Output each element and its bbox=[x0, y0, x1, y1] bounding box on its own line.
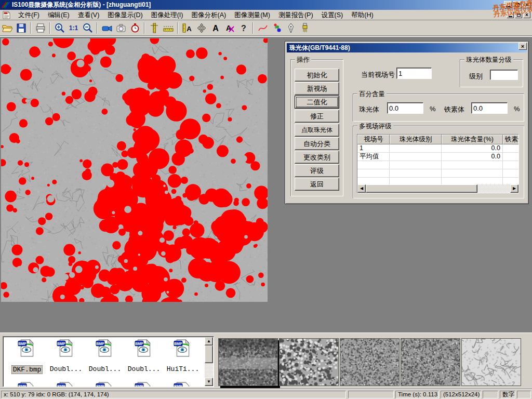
status-mode: 数字 bbox=[500, 391, 515, 398]
change-class-button[interactable]: 更改类别 bbox=[295, 151, 339, 164]
ferrite-percent-input[interactable] bbox=[471, 102, 508, 114]
menu-view[interactable]: 查看(V) bbox=[74, 10, 104, 20]
document-icon[interactable] bbox=[2, 11, 11, 19]
metallographic-image[interactable] bbox=[1, 38, 268, 302]
print-button[interactable] bbox=[34, 22, 47, 35]
brush-button[interactable] bbox=[298, 22, 311, 35]
scroll-left-icon[interactable]: ◀ bbox=[357, 184, 366, 193]
file-item[interactable]: BMP bbox=[8, 381, 46, 387]
table-row[interactable] bbox=[357, 169, 518, 178]
scroll-right-icon[interactable]: ▶ bbox=[510, 184, 518, 193]
menu-image-analysis[interactable]: 图像分析(A) bbox=[187, 10, 230, 20]
correct-button[interactable]: 修正 bbox=[295, 110, 339, 123]
auto-classify-button[interactable]: 自动分类 bbox=[295, 137, 339, 150]
thumbnail-3[interactable] bbox=[340, 338, 400, 386]
scroll-thumb[interactable] bbox=[205, 345, 213, 363]
menu-help[interactable]: 帮助(H) bbox=[347, 10, 377, 20]
bmp-file-icon: BMP bbox=[57, 339, 75, 357]
curve-button[interactable] bbox=[256, 22, 269, 35]
new-field-button[interactable]: 新视场 bbox=[295, 82, 339, 95]
thumbnail-5[interactable] bbox=[461, 338, 521, 386]
menu-image-display[interactable]: 图像显示(D) bbox=[103, 10, 147, 20]
ferrite-percent-unit: % bbox=[514, 105, 520, 113]
video-camera-button[interactable] bbox=[100, 22, 113, 35]
status-empty-1 bbox=[348, 391, 394, 398]
scroll-thumb[interactable] bbox=[366, 184, 477, 193]
timer-button[interactable] bbox=[128, 22, 141, 35]
open-folder-button[interactable] bbox=[1, 22, 14, 35]
rating-table[interactable]: 视场号 珠光体级别 珠光体含量(%) 铁素体含量(%) 1 0.0 平均值 0.… bbox=[357, 134, 519, 193]
binarize-button[interactable]: 二值化 bbox=[295, 96, 339, 109]
caliper-button[interactable] bbox=[148, 22, 161, 35]
file-browser[interactable]: BMP DKF.bmp BMP Doubl... BMP Doubl... BM… bbox=[3, 336, 214, 387]
menu-settings[interactable]: 设置(S) bbox=[317, 10, 348, 20]
menu-image-process[interactable]: 图像处理(I) bbox=[147, 10, 188, 20]
file-item[interactable]: BMP Doubl... bbox=[86, 339, 124, 373]
file-name[interactable]: DKF.bmp bbox=[11, 365, 43, 374]
toolbar-separator bbox=[97, 22, 98, 34]
caliper-icon bbox=[149, 22, 160, 34]
pearlite-percent-input[interactable] bbox=[387, 102, 423, 114]
file-item[interactable]: BMP DKF.bmp bbox=[8, 339, 46, 374]
file-vscrollbar[interactable]: ▲ ▼ bbox=[205, 337, 213, 386]
table-hscrollbar[interactable]: ◀ ▶ bbox=[357, 184, 518, 193]
delete-text-button[interactable]: A bbox=[223, 22, 236, 35]
menu-report[interactable]: 测量报告(P) bbox=[274, 10, 317, 20]
save-button[interactable] bbox=[15, 22, 28, 35]
file-item[interactable]: BMP bbox=[125, 381, 163, 387]
svg-text:A: A bbox=[187, 25, 192, 33]
file-item[interactable]: BMP Doubl... bbox=[125, 339, 163, 373]
file-item[interactable]: BMP bbox=[47, 381, 85, 387]
file-item[interactable]: BMP bbox=[164, 381, 202, 387]
help-icon: ? bbox=[238, 22, 249, 34]
camera-button[interactable] bbox=[114, 22, 127, 35]
file-name[interactable]: Doubl... bbox=[49, 365, 83, 373]
table-row[interactable] bbox=[357, 161, 518, 169]
svg-text:BMP: BMP bbox=[174, 384, 182, 387]
ruler-button[interactable] bbox=[162, 22, 175, 35]
file-item[interactable]: BMP Doubl... bbox=[47, 339, 85, 373]
zoom-out-button[interactable] bbox=[81, 22, 94, 35]
current-field-input[interactable] bbox=[396, 68, 432, 79]
text-button[interactable]: A bbox=[209, 22, 222, 35]
status-empty-3 bbox=[517, 391, 531, 398]
pen-button[interactable] bbox=[284, 22, 297, 35]
init-button[interactable]: 初始化 bbox=[295, 69, 339, 82]
menu-edit[interactable]: 编辑(E) bbox=[44, 10, 74, 20]
return-button[interactable]: 返回 bbox=[295, 178, 339, 191]
measure-text-button[interactable]: A bbox=[181, 22, 194, 35]
menu-file[interactable]: 文件(F) bbox=[14, 10, 44, 20]
table-row[interactable]: 平均值 0.0 bbox=[357, 153, 518, 161]
help-button[interactable]: ? bbox=[237, 22, 250, 35]
actual-size-button[interactable]: 1:1 bbox=[67, 22, 80, 35]
cell-grade bbox=[390, 153, 442, 161]
file-item[interactable]: BMP bbox=[86, 381, 124, 387]
mdi-close-button[interactable]: × bbox=[523, 11, 530, 18]
zoom-in-button[interactable] bbox=[53, 22, 66, 35]
thumbnail-2[interactable] bbox=[279, 338, 339, 386]
mdi-minimize-button[interactable] bbox=[507, 11, 514, 18]
mdi-restore-button[interactable] bbox=[515, 11, 522, 18]
file-name[interactable]: Doubl... bbox=[88, 365, 122, 373]
file-name[interactable]: HuiTi... bbox=[166, 365, 200, 373]
close-button[interactable]: × bbox=[523, 1, 531, 8]
dialog-title-bar[interactable]: 珠光体(GB/T9441-88) bbox=[287, 43, 527, 52]
minimize-button[interactable] bbox=[504, 1, 512, 8]
open-folder-icon bbox=[2, 22, 13, 34]
thumbnail-4[interactable] bbox=[401, 338, 460, 386]
table-row[interactable]: 1 0.0 bbox=[357, 144, 518, 153]
scroll-up-icon[interactable]: ▲ bbox=[205, 337, 213, 345]
points-button[interactable] bbox=[270, 22, 283, 35]
grade-input[interactable] bbox=[490, 70, 518, 80]
move-button[interactable] bbox=[195, 22, 208, 35]
file-item[interactable]: BMP HuiTi... bbox=[164, 339, 202, 373]
scroll-track[interactable] bbox=[477, 184, 510, 193]
file-name[interactable]: Doubl... bbox=[127, 365, 161, 373]
thumbnail-1[interactable] bbox=[218, 338, 278, 386]
pick-pearlite-button[interactable]: 点取珠光体 bbox=[295, 124, 339, 137]
scroll-down-icon[interactable]: ▼ bbox=[205, 378, 213, 386]
restore-button[interactable] bbox=[513, 1, 522, 8]
dialog-close-button[interactable]: × bbox=[518, 43, 527, 50]
menu-image-measure[interactable]: 图像测量(M) bbox=[230, 10, 274, 20]
rate-button[interactable]: 评级 bbox=[295, 164, 339, 177]
